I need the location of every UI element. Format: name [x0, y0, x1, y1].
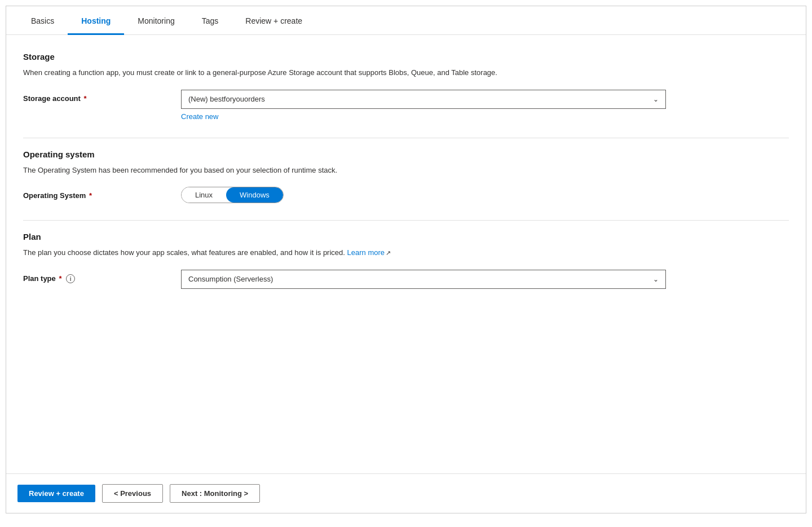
storage-title: Storage	[23, 52, 789, 62]
tabs-bar: Basics Hosting Monitoring Tags Review + …	[6, 6, 806, 35]
os-control: Linux Windows	[181, 187, 666, 203]
tab-hosting[interactable]: Hosting	[68, 6, 124, 35]
plan-type-row: Plan type * i Consumption (Serverless) ⌄	[23, 270, 789, 289]
tab-tags[interactable]: Tags	[188, 6, 232, 35]
storage-account-dropdown[interactable]: (New) bestforyouorders ⌄	[181, 90, 666, 109]
tab-review-create[interactable]: Review + create	[232, 6, 316, 35]
storage-account-label: Storage account *	[23, 90, 181, 103]
storage-divider	[23, 138, 789, 138]
previous-button[interactable]: < Previous	[102, 484, 163, 503]
external-link-icon: ↗	[386, 249, 391, 256]
storage-account-value: (New) bestforyouorders	[188, 95, 265, 103]
storage-account-control: (New) bestforyouorders ⌄ Create new	[181, 90, 666, 121]
plan-section: Plan The plan you choose dictates how yo…	[23, 232, 789, 289]
os-section: Operating system The Operating System ha…	[23, 150, 789, 204]
footer: Review + create < Previous Next : Monito…	[6, 473, 806, 513]
os-title: Operating system	[23, 150, 789, 159]
next-monitoring-button[interactable]: Next : Monitoring >	[170, 484, 260, 503]
storage-section: Storage When creating a function app, yo…	[23, 52, 789, 121]
plan-info-icon[interactable]: i	[66, 274, 75, 283]
os-label: Operating System *	[23, 187, 181, 200]
storage-account-row: Storage account * (New) bestforyouorders…	[23, 90, 789, 121]
plan-title: Plan	[23, 232, 789, 241]
plan-divider	[23, 220, 789, 221]
os-description: The Operating System has been recommende…	[23, 165, 587, 176]
os-row: Operating System * Linux Windows	[23, 187, 789, 203]
plan-required-star: *	[57, 274, 62, 283]
plan-description: The plan you choose dictates how your ap…	[23, 247, 789, 258]
plan-type-label: Plan type * i	[23, 270, 181, 284]
storage-required-star: *	[82, 94, 87, 103]
review-create-button[interactable]: Review + create	[17, 485, 95, 502]
os-required-star: *	[87, 191, 92, 200]
plan-type-value: Consumption (Serverless)	[188, 275, 273, 283]
tab-monitoring[interactable]: Monitoring	[124, 6, 188, 35]
create-new-link[interactable]: Create new	[181, 112, 218, 121]
plan-type-dropdown[interactable]: Consumption (Serverless) ⌄	[181, 270, 666, 289]
plan-chevron-icon: ⌄	[653, 275, 659, 283]
tab-basics[interactable]: Basics	[17, 6, 68, 35]
os-linux-option[interactable]: Linux	[182, 187, 226, 203]
storage-description: When creating a function app, you must c…	[23, 67, 587, 78]
os-windows-option[interactable]: Windows	[226, 187, 283, 203]
main-content: Storage When creating a function app, yo…	[6, 35, 806, 473]
os-toggle: Linux Windows	[181, 187, 284, 203]
plan-type-control: Consumption (Serverless) ⌄	[181, 270, 666, 289]
learn-more-link[interactable]: Learn more	[347, 248, 385, 257]
storage-chevron-icon: ⌄	[653, 95, 659, 103]
page-container: Basics Hosting Monitoring Tags Review + …	[6, 6, 806, 513]
